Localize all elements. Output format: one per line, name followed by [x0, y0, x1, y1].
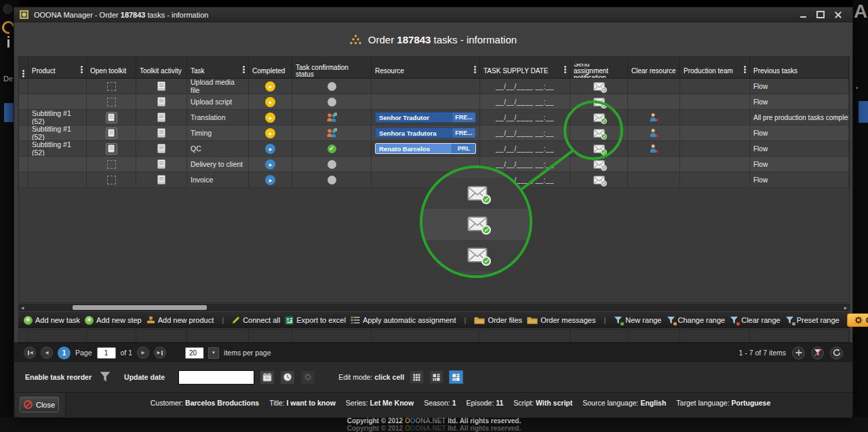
column-header-task[interactable]: Task [187, 64, 249, 78]
resource-cell[interactable]: Renato BarcelosPRL [372, 141, 480, 156]
open-toolkit-checkbox[interactable] [107, 82, 116, 91]
resource-cell[interactable] [372, 172, 480, 187]
column-header-completed[interactable]: Completed [249, 64, 292, 78]
resource-cell[interactable] [372, 79, 480, 94]
send-notification-icon[interactable]: ✓ [593, 144, 605, 153]
column-menu-icon[interactable] [81, 66, 83, 68]
edit-mode-cell-button[interactable] [449, 370, 463, 384]
open-toolkit-button[interactable] [106, 112, 117, 123]
production-team-cell[interactable] [680, 110, 750, 125]
export-to-excel-button[interactable]: Export to excel [285, 316, 346, 325]
connect-all-button[interactable]: Connect all [232, 316, 280, 324]
clear-resource-icon[interactable] [649, 144, 658, 153]
supply-date-cell[interactable]: __/__/____ __:__ [480, 79, 570, 94]
clear-resource-cell[interactable] [628, 79, 680, 94]
column-menu-icon[interactable] [564, 66, 566, 68]
row-menu-header[interactable] [19, 64, 28, 78]
production-team-cell[interactable] [680, 172, 750, 187]
production-team-cell[interactable] [680, 141, 750, 156]
column-header-task-supply-date[interactable]: TASK SUPPLY DATE [480, 64, 570, 78]
column-header-previous-tasks[interactable]: Previous tasks [750, 64, 849, 78]
completed-status-icon[interactable]: ▶ [265, 175, 275, 185]
window-titlebar[interactable]: OOONA Manager - Order 187843 tasks - inf… [14, 7, 852, 22]
column-header-task-confirmation-status[interactable]: Task confirmation status [292, 64, 372, 78]
scroll-right-icon[interactable]: ▶ [842, 304, 850, 311]
completed-status-icon[interactable]: ▶ [265, 128, 275, 138]
column-header-open-toolkit[interactable]: Open toolkit [87, 64, 136, 78]
change-range-button[interactable]: Change range [667, 316, 726, 325]
send-notification-icon[interactable]: + [593, 82, 605, 91]
completed-status-icon[interactable]: ▶ [265, 144, 275, 154]
resource-chip[interactable]: Renato BarcelosPRL [375, 143, 476, 154]
clock-button[interactable] [280, 370, 295, 385]
calendar-button[interactable] [260, 370, 275, 385]
supply-date-cell[interactable]: __/__/____ __:__ [480, 141, 570, 156]
add-new-step-button[interactable]: +Add new step [85, 316, 142, 325]
open-toolkit-checkbox[interactable] [107, 176, 116, 184]
horizontal-scrollbar[interactable]: ◀ ▶ [18, 304, 850, 311]
scrollbar-thumb[interactable] [73, 305, 207, 310]
next-page-button[interactable]: ▶ [137, 347, 149, 359]
fit-columns-button[interactable] [792, 347, 805, 359]
clear-resource-icon[interactable] [649, 113, 658, 122]
order-messages-button[interactable]: Order messages [527, 316, 595, 324]
resource-cell[interactable]: Senhor TradutorFRE... [372, 110, 480, 125]
table-row[interactable]: Upload script ▶ __/__/____ __:__ + Flow [19, 94, 849, 110]
completed-status-icon[interactable]: ▶ [265, 97, 275, 107]
minimize-icon[interactable] [800, 16, 806, 18]
last-page-button[interactable]: ▶ [154, 347, 166, 359]
page-size-select[interactable]: 20 [185, 347, 203, 359]
column-menu-icon[interactable] [243, 66, 245, 68]
clear-resource-cell[interactable] [628, 172, 680, 187]
table-row[interactable]: Invoice ▶ __/__/____ __:__ + Flow [19, 172, 849, 188]
column-menu-icon[interactable] [744, 66, 746, 68]
supply-date-cell[interactable]: __/__/____ __:__ [480, 172, 570, 187]
clear-range-button[interactable]: Clear range [730, 316, 780, 325]
clear-resource-cell[interactable] [628, 94, 680, 109]
table-row[interactable]: Delivery to client ▶ __/__/____ __:__ + … [19, 157, 849, 172]
open-toolkit-checkbox[interactable] [107, 98, 116, 106]
close-icon[interactable] [835, 12, 842, 18]
completed-status-icon[interactable]: ▶ [265, 113, 275, 123]
clear-resource-cell[interactable] [628, 157, 680, 172]
column-menu-icon[interactable] [474, 66, 476, 68]
completed-status-icon[interactable]: ▶ [265, 81, 275, 92]
refresh-button[interactable] [830, 347, 843, 359]
production-team-cell[interactable] [680, 94, 750, 109]
table-row[interactable]: Subtitling #1 (52) QC ▶ ✓ Renato Barcelo… [19, 141, 849, 157]
supply-date-cell[interactable]: __/__/____ __:__ [480, 157, 570, 172]
production-team-cell[interactable] [680, 157, 750, 172]
supply-date-cell[interactable]: __/__/____ __:__ [480, 110, 570, 125]
column-header-send-assignment-notification[interactable]: Send assignment notification [570, 64, 628, 78]
supply-date-cell[interactable]: __/__/____ __:__ [480, 125, 570, 140]
send-notification-icon[interactable]: ✓ [593, 129, 605, 138]
new-range-button[interactable]: New range [614, 316, 661, 325]
clear-resource-icon[interactable] [649, 128, 658, 138]
clear-filters-button[interactable] [811, 347, 824, 359]
resource-chip[interactable]: Senhora TradutoraFRE... [375, 127, 476, 138]
send-notification-icon[interactable]: ✓ [593, 113, 605, 122]
close-button[interactable]: Close [20, 397, 59, 412]
edit-mode-mixed-button[interactable] [429, 370, 443, 384]
production-team-cell[interactable] [680, 79, 750, 94]
column-header-product[interactable]: Product [28, 64, 87, 78]
resource-cell[interactable] [372, 157, 480, 172]
resource-cell[interactable]: Senhora TradutoraFRE... [372, 125, 480, 140]
grid-layout-button[interactable]: Grid layout [847, 313, 868, 327]
apply-automatic-assignment-button[interactable]: Apply automatic assignment [351, 316, 456, 324]
first-page-button[interactable]: ◀ [24, 347, 36, 359]
order-files-button[interactable]: Order files [474, 316, 522, 324]
resource-cell[interactable] [372, 94, 480, 109]
open-toolkit-checkbox[interactable] [107, 160, 116, 169]
scroll-left-icon[interactable]: ◀ [18, 304, 26, 311]
preset-range-button[interactable]: Preset range [785, 316, 840, 325]
column-header-toolkit-activity[interactable]: Toolkit activity [136, 64, 187, 78]
update-date-input[interactable] [178, 370, 254, 385]
edit-mode-grid-button[interactable] [410, 370, 424, 384]
completed-status-icon[interactable]: ▶ [265, 159, 275, 170]
table-row[interactable]: Upload media file ▶ __/__/____ __:__ + F… [19, 79, 849, 94]
current-page-badge[interactable]: 1 [58, 347, 71, 359]
column-header-clear-resource[interactable]: Clear resource [628, 64, 680, 78]
production-team-cell[interactable] [680, 125, 750, 140]
resource-chip[interactable]: Senhor TradutorFRE... [375, 112, 476, 123]
